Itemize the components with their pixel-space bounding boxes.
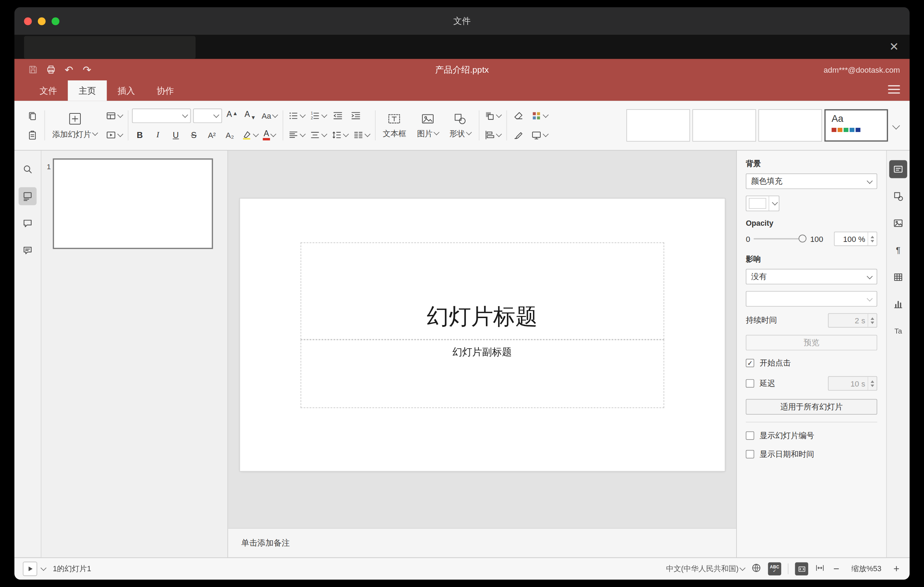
insert-shape-button[interactable]: 形状 bbox=[446, 106, 475, 145]
effect-type-select[interactable] bbox=[746, 291, 877, 307]
spinner-arrows[interactable] bbox=[868, 232, 876, 246]
delay-input[interactable]: 10 s bbox=[828, 376, 877, 391]
tab-collaboration[interactable]: 协作 bbox=[146, 81, 185, 101]
undo-button[interactable]: ↶ bbox=[60, 64, 78, 75]
theme-option[interactable] bbox=[692, 109, 756, 142]
change-layout-button[interactable] bbox=[104, 108, 124, 124]
numbering-button[interactable]: 1 2 bbox=[308, 108, 328, 124]
opacity-input[interactable]: 100 % bbox=[834, 232, 877, 246]
subscript-button[interactable]: A₂ bbox=[222, 127, 237, 143]
show-date-time-checkbox[interactable] bbox=[746, 450, 754, 458]
fit-to-width-button[interactable] bbox=[815, 563, 825, 575]
apply-to-all-slides-button[interactable]: 适用于所有幻灯片 bbox=[746, 399, 877, 415]
vertical-align-button[interactable] bbox=[308, 127, 328, 143]
superscript-button[interactable]: A² bbox=[204, 127, 219, 143]
slide-settings-button[interactable] bbox=[889, 160, 907, 178]
copy-button[interactable] bbox=[25, 108, 40, 124]
change-case-button[interactable]: Aa bbox=[261, 108, 279, 124]
slider-knob[interactable] bbox=[799, 234, 807, 242]
chart-settings-button[interactable] bbox=[889, 295, 907, 313]
slide-settings-icon bbox=[893, 164, 904, 175]
increase-indent-button[interactable] bbox=[348, 108, 363, 124]
zoom-out-button[interactable]: − bbox=[832, 564, 841, 574]
notes-area[interactable]: 单击添加备注 bbox=[228, 528, 736, 557]
insert-image-button[interactable]: 图片 bbox=[413, 106, 442, 145]
document-language-button[interactable] bbox=[751, 563, 761, 575]
title-placeholder[interactable]: 幻灯片标题 bbox=[300, 242, 664, 340]
search-icon bbox=[22, 164, 33, 175]
font-color-button[interactable]: A bbox=[262, 127, 277, 143]
slide[interactable]: 幻灯片标题 幻灯片副标题 bbox=[240, 199, 724, 471]
spinner-arrows[interactable] bbox=[868, 377, 876, 390]
bullets-button[interactable] bbox=[287, 108, 306, 124]
theme-gallery-expand-button[interactable] bbox=[888, 109, 903, 142]
theme-option[interactable] bbox=[626, 109, 690, 142]
fill-color-select[interactable] bbox=[746, 196, 779, 211]
menu-hamburger-icon[interactable] bbox=[888, 85, 900, 94]
align-shape-button[interactable] bbox=[483, 127, 502, 143]
fullscreen-window-button[interactable] bbox=[51, 17, 59, 25]
minimize-window-button[interactable] bbox=[38, 17, 46, 25]
font-size-select[interactable] bbox=[193, 109, 222, 123]
tab-home[interactable]: 主页 bbox=[68, 81, 107, 101]
feedback-button[interactable] bbox=[18, 241, 36, 259]
theme-option[interactable] bbox=[758, 109, 822, 142]
tab-file[interactable]: 文件 bbox=[29, 81, 68, 101]
language-selector[interactable]: 中文(中华人民共和国) bbox=[666, 564, 744, 574]
duration-input[interactable]: 2 s bbox=[828, 313, 877, 328]
decrease-indent-button[interactable] bbox=[330, 108, 345, 124]
slide-group: 添加幻灯片 bbox=[44, 106, 128, 145]
paste-button[interactable] bbox=[25, 127, 40, 143]
highlight-color-button[interactable] bbox=[240, 127, 259, 143]
redo-button[interactable]: ↷ bbox=[78, 64, 96, 75]
slide-size-button[interactable] bbox=[530, 127, 549, 143]
comments-button[interactable] bbox=[18, 214, 36, 232]
opacity-slider[interactable] bbox=[754, 234, 807, 243]
horizontal-align-button[interactable] bbox=[287, 127, 306, 143]
font-name-select[interactable] bbox=[132, 109, 191, 123]
zoom-in-button[interactable]: + bbox=[892, 564, 901, 574]
table-settings-button[interactable] bbox=[889, 268, 907, 286]
chevron-down-icon[interactable] bbox=[40, 564, 46, 571]
columns-button[interactable] bbox=[351, 127, 371, 143]
add-slide-button[interactable]: 添加幻灯片 bbox=[48, 106, 101, 145]
slide-thumbnail[interactable] bbox=[53, 158, 213, 249]
shape-settings-button[interactable] bbox=[889, 187, 907, 205]
line-spacing-button[interactable] bbox=[330, 127, 349, 143]
italic-button[interactable]: I bbox=[150, 127, 165, 143]
arrange-shape-button[interactable] bbox=[483, 108, 502, 124]
paragraph-settings-button[interactable]: ¶ bbox=[889, 241, 907, 259]
theme-option-selected[interactable]: Aa bbox=[824, 109, 888, 142]
close-window-button[interactable] bbox=[24, 17, 31, 25]
increase-font-button[interactable]: A▲ bbox=[224, 108, 240, 124]
spellcheck-button[interactable]: ABC✓ bbox=[768, 562, 782, 575]
strikeout-button[interactable]: S bbox=[186, 127, 201, 143]
underline-button[interactable]: U bbox=[168, 127, 183, 143]
editing-canvas[interactable]: 幻灯片标题 幻灯片副标题 bbox=[228, 151, 736, 528]
decrease-font-button[interactable]: A▼ bbox=[242, 108, 258, 124]
subtitle-placeholder[interactable]: 幻灯片副标题 bbox=[300, 340, 664, 408]
copy-style-button[interactable] bbox=[510, 127, 526, 143]
start-on-click-checkbox[interactable] bbox=[746, 359, 754, 367]
slides-panel-button[interactable] bbox=[18, 187, 36, 205]
close-icon[interactable]: ✕ bbox=[889, 41, 899, 52]
bold-button[interactable]: B bbox=[132, 127, 147, 143]
search-button[interactable] bbox=[18, 160, 36, 178]
spinner-arrows[interactable] bbox=[868, 314, 876, 327]
textart-settings-button[interactable]: Ta bbox=[889, 322, 907, 340]
start-slideshow-button[interactable] bbox=[104, 127, 124, 143]
clear-style-button[interactable] bbox=[510, 108, 526, 124]
color-scheme-button[interactable] bbox=[530, 108, 549, 124]
start-slideshow-statusbar-button[interactable] bbox=[23, 562, 37, 576]
effect-select[interactable]: 没有 bbox=[746, 269, 877, 284]
fit-to-slide-button[interactable] bbox=[795, 562, 808, 575]
insert-textbox-button[interactable]: 文本框 bbox=[379, 106, 410, 145]
fill-type-select[interactable]: 颜色填充 bbox=[746, 173, 877, 189]
tab-insert[interactable]: 插入 bbox=[107, 81, 146, 101]
save-button[interactable] bbox=[24, 62, 42, 77]
print-button[interactable] bbox=[42, 62, 60, 77]
image-settings-button[interactable] bbox=[889, 214, 907, 232]
preview-button[interactable]: 预览 bbox=[746, 335, 877, 350]
show-slide-number-checkbox[interactable] bbox=[746, 432, 754, 440]
delay-checkbox[interactable] bbox=[746, 379, 754, 387]
